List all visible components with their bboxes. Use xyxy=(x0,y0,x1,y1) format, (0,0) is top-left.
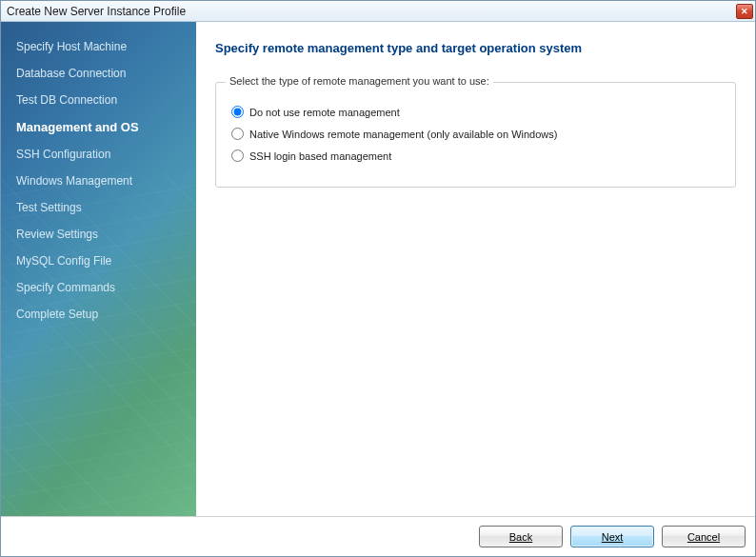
sidebar-item-review-settings[interactable]: Review Settings xyxy=(1,221,196,248)
wizard-footer: Back Next Cancel xyxy=(1,516,755,556)
main-panel: Specify remote management type and targe… xyxy=(196,22,755,516)
radio-native-windows[interactable] xyxy=(231,128,244,140)
sidebar-item-test-db-connection[interactable]: Test DB Connection xyxy=(1,87,196,113)
radio-ssh[interactable] xyxy=(231,149,244,162)
sidebar-item-windows-management[interactable]: Windows Management xyxy=(1,168,196,194)
sidebar-item-complete-setup[interactable]: Complete Setup xyxy=(1,301,196,328)
sidebar-item-specify-commands[interactable]: Specify Commands xyxy=(1,274,196,301)
titlebar: Create New Server Instance Profile ✕ xyxy=(1,1,755,22)
content-container: Specify Host Machine Database Connection… xyxy=(1,22,755,516)
sidebar-item-database-connection[interactable]: Database Connection xyxy=(1,60,196,87)
window-title: Create New Server Instance Profile xyxy=(7,5,186,18)
sidebar-item-specify-host-machine[interactable]: Specify Host Machine xyxy=(1,33,196,60)
remote-management-fieldset: Select the type of remote management you… xyxy=(215,82,736,188)
sidebar-item-ssh-configuration[interactable]: SSH Configuration xyxy=(1,141,196,168)
sidebar-item-management-and-os[interactable]: Management and OS xyxy=(1,113,196,141)
cancel-button[interactable]: Cancel xyxy=(662,526,746,547)
next-button[interactable]: Next xyxy=(570,526,654,547)
close-button[interactable]: ✕ xyxy=(736,4,753,19)
radio-row-ssh[interactable]: SSH login based management xyxy=(231,148,720,164)
back-button[interactable]: Back xyxy=(479,526,563,547)
radio-no-remote[interactable] xyxy=(231,106,244,118)
sidebar-item-mysql-config-file[interactable]: MySQL Config File xyxy=(1,248,196,274)
radio-label-native-windows[interactable]: Native Windows remote management (only a… xyxy=(249,129,557,140)
sidebar-item-test-settings[interactable]: Test Settings xyxy=(1,194,196,221)
fieldset-legend: Select the type of remote management you… xyxy=(226,75,493,87)
close-icon: ✕ xyxy=(741,7,748,16)
radio-row-native-windows[interactable]: Native Windows remote management (only a… xyxy=(231,126,720,142)
wizard-sidebar: Specify Host Machine Database Connection… xyxy=(1,22,196,516)
page-heading: Specify remote management type and targe… xyxy=(215,41,736,55)
radio-label-ssh[interactable]: SSH login based management xyxy=(249,150,391,162)
radio-row-no-remote[interactable]: Do not use remote management xyxy=(231,104,720,120)
radio-label-no-remote[interactable]: Do not use remote management xyxy=(249,107,400,118)
